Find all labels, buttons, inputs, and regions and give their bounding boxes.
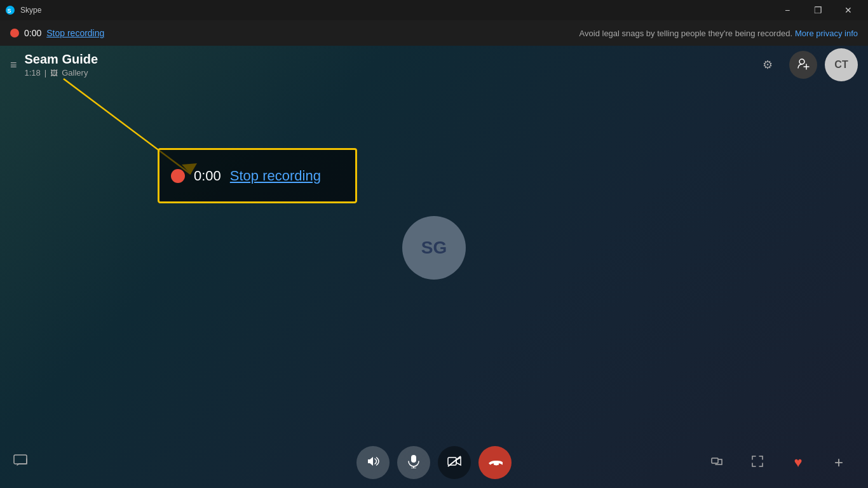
- recording-bar-right: Avoid legal snags by telling people they…: [580, 29, 858, 38]
- highlight-recording-time: 0:00: [194, 168, 221, 184]
- gallery-icon: 🖼: [50, 69, 58, 78]
- chat-icon: [13, 456, 28, 471]
- highlight-rec-dot: [171, 169, 185, 183]
- fullscreen-icon: [751, 455, 764, 471]
- close-button[interactable]: ✕: [834, 0, 863, 20]
- bottom-left-controls: [13, 453, 28, 472]
- add-participant-icon: [797, 57, 810, 73]
- call-header: ≡ Seam Guide 1:18 | 🖼 Gallery ⚙: [0, 46, 868, 84]
- skype-logo-icon: S: [5, 5, 15, 15]
- recording-bar-left: 0:00 Stop recording: [10, 28, 104, 38]
- video-off-icon: [447, 456, 461, 470]
- title-bar-controls: − ❐ ✕: [773, 0, 863, 20]
- end-call-button[interactable]: [478, 446, 512, 479]
- resize-icon: [710, 455, 723, 471]
- resize-button[interactable]: [700, 446, 733, 479]
- bottom-right-controls: ♥ +: [700, 446, 855, 479]
- mic-icon: [407, 454, 420, 471]
- center-participant-avatar: SG: [402, 216, 466, 280]
- title-bar-left: S Skype: [5, 5, 41, 15]
- settings-button[interactable]: ⚙: [754, 51, 782, 79]
- svg-point-2: [799, 59, 804, 64]
- call-title-block: Seam Guide 1:18 | 🖼 Gallery: [25, 52, 98, 78]
- highlight-recording-box: 0:00 Stop recording: [158, 148, 357, 203]
- chat-button[interactable]: [13, 453, 28, 472]
- participant-ct-avatar[interactable]: CT: [825, 48, 858, 81]
- recording-time: 0:00: [24, 28, 41, 38]
- title-bar: S Skype − ❐ ✕: [0, 0, 868, 20]
- recording-dot-indicator: [10, 29, 19, 37]
- stop-recording-link-top[interactable]: Stop recording: [46, 28, 104, 38]
- fullscreen-button[interactable]: [741, 446, 774, 479]
- end-call-icon: [487, 456, 503, 470]
- add-button[interactable]: +: [822, 446, 855, 479]
- call-duration: 1:18: [25, 68, 41, 78]
- svg-rect-6: [411, 455, 416, 463]
- add-participant-button[interactable]: [789, 51, 817, 79]
- bottom-controls: ♥ +: [0, 437, 868, 488]
- hamburger-menu-icon[interactable]: ≡: [10, 58, 17, 72]
- add-icon: +: [834, 454, 843, 471]
- mic-button[interactable]: [397, 446, 430, 479]
- speaker-button[interactable]: [356, 446, 390, 479]
- recording-bar: 0:00 Stop recording Avoid legal snags by…: [0, 20, 868, 46]
- speaker-icon: [366, 454, 380, 471]
- subtitle-separator: |: [44, 68, 46, 78]
- video-button[interactable]: [438, 446, 471, 479]
- call-header-left: ≡ Seam Guide 1:18 | 🖼 Gallery: [10, 52, 98, 78]
- restore-button[interactable]: ❐: [803, 0, 832, 20]
- bottom-center-controls: [356, 446, 512, 479]
- minimize-button[interactable]: −: [773, 0, 802, 20]
- react-button[interactable]: ♥: [782, 446, 815, 479]
- gallery-label: Gallery: [62, 68, 88, 78]
- main-call-area: ≡ Seam Guide 1:18 | 🖼 Gallery ⚙: [0, 46, 868, 488]
- svg-rect-5: [14, 455, 27, 464]
- highlight-stop-recording-link[interactable]: Stop recording: [230, 168, 321, 184]
- privacy-info-link[interactable]: More privacy info: [795, 29, 858, 38]
- svg-rect-11: [712, 458, 718, 463]
- call-header-right: ⚙ CT: [754, 48, 858, 81]
- heart-icon: ♥: [794, 454, 802, 471]
- call-subtitle: 1:18 | 🖼 Gallery: [25, 68, 98, 78]
- ct-initials: CT: [834, 59, 848, 71]
- call-title: Seam Guide: [25, 52, 98, 67]
- settings-icon: ⚙: [763, 58, 773, 72]
- app-title: Skype: [20, 6, 41, 15]
- center-participant-initials: SG: [421, 238, 447, 258]
- legal-notice-text: Avoid legal snags by telling people they…: [580, 29, 792, 38]
- svg-text:S: S: [8, 8, 11, 14]
